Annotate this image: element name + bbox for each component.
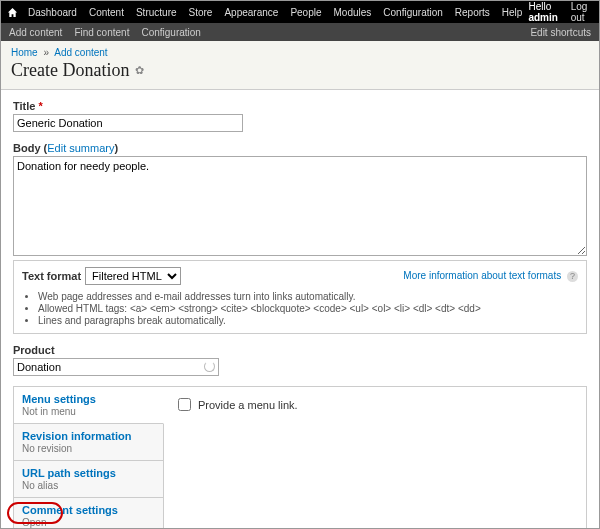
menu-link-checkbox[interactable] bbox=[178, 398, 191, 411]
menu-link-checkbox-label[interactable]: Provide a menu link. bbox=[174, 395, 576, 414]
format-tip: Lines and paragraphs break automatically… bbox=[38, 315, 578, 326]
breadcrumb-separator-icon: » bbox=[40, 47, 52, 58]
edit-shortcuts-link[interactable]: Edit shortcuts bbox=[530, 27, 591, 38]
breadcrumb-home[interactable]: Home bbox=[11, 47, 38, 58]
tab-comment-settings[interactable]: Comment settings Open bbox=[14, 498, 163, 529]
nav-appearance[interactable]: Appearance bbox=[218, 7, 284, 18]
text-format-box: Text format Filtered HTML More informati… bbox=[13, 260, 587, 334]
shortcut-find-content[interactable]: Find content bbox=[74, 27, 129, 38]
username: admin bbox=[528, 12, 557, 23]
logout-link[interactable]: Log out bbox=[565, 1, 597, 23]
shortcut-add-content[interactable]: Add content bbox=[9, 27, 62, 38]
tab-label: Menu settings bbox=[22, 393, 155, 405]
home-icon[interactable] bbox=[7, 7, 22, 18]
tab-revision-information[interactable]: Revision information No revision bbox=[14, 424, 163, 461]
nav-configuration[interactable]: Configuration bbox=[377, 7, 448, 18]
body-textarea[interactable]: Donation for needy people. bbox=[13, 156, 587, 256]
nav-people[interactable]: People bbox=[284, 7, 327, 18]
nav-content[interactable]: Content bbox=[83, 7, 130, 18]
tab-menu-settings[interactable]: Menu settings Not in menu bbox=[14, 387, 164, 424]
tab-panel-menu-settings: Provide a menu link. bbox=[164, 387, 586, 529]
body-label: Body (Edit summary) bbox=[13, 142, 587, 154]
gear-icon[interactable]: ✿ bbox=[135, 64, 144, 77]
format-tips: Web page addresses and e-mail addresses … bbox=[22, 291, 578, 326]
nav-modules[interactable]: Modules bbox=[328, 7, 378, 18]
tab-summary: No revision bbox=[22, 443, 155, 454]
title-input[interactable] bbox=[13, 114, 243, 132]
vertical-tabs: Menu settings Not in menu Revision infor… bbox=[13, 386, 587, 529]
nav-structure[interactable]: Structure bbox=[130, 7, 183, 18]
required-icon: * bbox=[38, 100, 42, 112]
tab-label: Comment settings bbox=[22, 504, 155, 516]
nav-dashboard[interactable]: Dashboard bbox=[22, 7, 83, 18]
page-header: Home » Add content Create Donation ✿ bbox=[1, 41, 599, 90]
page-title: Create Donation ✿ bbox=[11, 60, 589, 81]
help-icon[interactable]: ? bbox=[567, 271, 578, 282]
product-input[interactable] bbox=[13, 358, 219, 376]
text-format-help-link[interactable]: More information about text formats bbox=[403, 270, 561, 281]
shortcut-configuration[interactable]: Configuration bbox=[141, 27, 200, 38]
nav-reports[interactable]: Reports bbox=[449, 7, 496, 18]
product-label: Product bbox=[13, 344, 587, 356]
breadcrumb-current[interactable]: Add content bbox=[54, 47, 107, 58]
title-field: Title * bbox=[13, 100, 587, 132]
tab-summary: Open bbox=[22, 517, 155, 528]
product-field: Product bbox=[13, 344, 587, 376]
tab-label: Revision information bbox=[22, 430, 155, 442]
menu-link-checkbox-text: Provide a menu link. bbox=[198, 399, 298, 411]
tab-url-path-settings[interactable]: URL path settings No alias bbox=[14, 461, 163, 498]
nav-store[interactable]: Store bbox=[183, 7, 219, 18]
text-format-label: Text format bbox=[22, 270, 81, 282]
tab-summary: Not in menu bbox=[22, 406, 155, 417]
text-format-select[interactable]: Filtered HTML bbox=[85, 267, 181, 285]
breadcrumb: Home » Add content bbox=[11, 47, 589, 58]
autocomplete-spinner-icon bbox=[204, 361, 215, 372]
tab-label: URL path settings bbox=[22, 467, 155, 479]
hello-label: Hello admin bbox=[528, 1, 561, 23]
format-tip: Web page addresses and e-mail addresses … bbox=[38, 291, 578, 302]
tab-summary: No alias bbox=[22, 480, 155, 491]
title-label: Title * bbox=[13, 100, 587, 112]
admin-toolbar: Dashboard Content Structure Store Appear… bbox=[1, 1, 599, 23]
format-tip: Allowed HTML tags: <a> <em> <strong> <ci… bbox=[38, 303, 578, 314]
nav-help[interactable]: Help bbox=[496, 7, 529, 18]
shortcut-bar: Add content Find content Configuration E… bbox=[1, 23, 599, 41]
body-field: Body (Edit summary) Donation for needy p… bbox=[13, 142, 587, 334]
edit-summary-link[interactable]: Edit summary bbox=[47, 142, 114, 154]
